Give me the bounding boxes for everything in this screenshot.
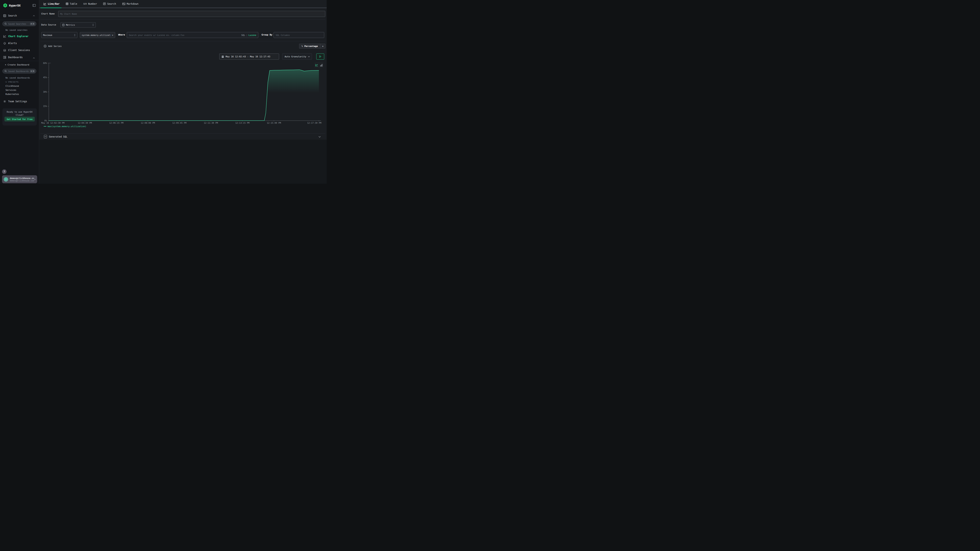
preset-item-kubernetes[interactable]: Kubernetes: [5, 93, 19, 95]
search-section-icon: [3, 14, 6, 17]
collapse-sidebar-icon[interactable]: [32, 4, 36, 7]
saved-dashboards-placeholder: Saved Dashboards: [8, 70, 30, 73]
user-team: demos@clickhouse.com's: [10, 179, 34, 182]
sidebar-item-search[interactable]: Search: [0, 13, 39, 18]
sidebar-item-label: Search: [8, 14, 17, 17]
legend-line-swatch: [44, 126, 46, 127]
svg-text:12:08:00 PM: 12:08:00 PM: [141, 122, 155, 124]
svg-text:12:11:30 PM: 12:11:30 PM: [204, 122, 218, 124]
chart-style-toggle: [314, 62, 324, 68]
get-started-button[interactable]: Get Started for Free: [5, 117, 35, 121]
chevron-right-icon: [34, 178, 35, 180]
shortcut-badge: ⌘ K: [30, 70, 35, 73]
preset-item-clickhouse[interactable]: Clickhouse: [5, 85, 19, 87]
chart-builder-panel: Line/Bar Table 123 Number: [39, 0, 327, 140]
saved-searches-placeholder: Saved Searches: [8, 23, 30, 25]
sidebar-item-label: Alerts: [8, 42, 17, 45]
line-style-icon[interactable]: [315, 64, 318, 67]
sidebar-item-label: Team Settings: [8, 100, 27, 103]
shortcut-badge: ⌘ K: [30, 22, 35, 25]
svg-text:12:17:30 PM: 12:17:30 PM: [307, 122, 321, 124]
user-menu[interactable]: D demos@clickhouse.com demos@clickhouse.…: [2, 175, 37, 183]
section-divider: [40, 133, 325, 134]
chart-canvas[interactable]: 0%15%30%45%60%May 16 12:02:30 PM12:04:30…: [39, 0, 327, 135]
svg-text:60%: 60%: [43, 62, 47, 64]
generated-sql-toggle[interactable]: <> Generated SQL: [44, 135, 67, 138]
hyperdx-logo-icon: [3, 3, 7, 8]
main-content: Line/Bar Table 123 Number: [39, 0, 327, 184]
svg-text:12:06:15 PM: 12:06:15 PM: [109, 122, 124, 124]
chevron-up-icon: [33, 15, 35, 17]
sidebar: HyperDX Search Saved Searches ⌘ K: [0, 0, 39, 184]
svg-text:12:04:30 PM: 12:04:30 PM: [78, 122, 92, 124]
no-saved-dashboards-text: No saved dashboards: [5, 76, 30, 79]
chevron-up-icon: [33, 57, 35, 59]
svg-text:12:13:15 PM: 12:13:15 PM: [235, 122, 250, 124]
cloud-promo-card: Ready to use HyperDX Cloud? Get Started …: [2, 108, 37, 125]
chart-svg: 0%15%30%45%60%May 16 12:02:30 PM12:04:30…: [39, 0, 327, 135]
sidebar-item-client-sessions[interactable]: Client Sessions: [0, 48, 39, 52]
avatar: D: [4, 177, 8, 182]
search-icon: [5, 23, 7, 25]
legend-series-label: max(system.memory.utilization): [48, 125, 86, 127]
generated-sql-label: Generated SQL: [49, 135, 67, 138]
chevron-down-icon: [5, 81, 7, 83]
dashboard-grid-icon: [3, 56, 6, 59]
svg-text:12:15:00 PM: 12:15:00 PM: [267, 122, 281, 124]
bell-icon: [3, 42, 6, 45]
user-email: demos@clickhouse.com: [10, 177, 34, 179]
app-window: HyperDX Search Saved Searches ⌘ K: [0, 0, 327, 184]
sidebar-divider: [0, 20, 39, 20]
chevron-down-icon[interactable]: [319, 135, 321, 138]
sidebar-item-label: Client Sessions: [8, 49, 30, 52]
svg-text:30%: 30%: [43, 91, 47, 93]
bar-style-icon[interactable]: [320, 64, 323, 67]
app-title: HyperDX: [9, 4, 21, 7]
preset-item-services[interactable]: Services: [5, 89, 16, 91]
svg-text:15%: 15%: [43, 105, 47, 107]
help-button[interactable]: ?: [2, 169, 6, 174]
sidebar-item-alerts[interactable]: Alerts: [0, 41, 39, 46]
svg-text:45%: 45%: [43, 76, 47, 79]
line-chart-icon: [3, 35, 6, 38]
sidebar-item-label: Chart Explorer: [8, 35, 29, 38]
cloud-promo-line2: Cloud?: [2, 113, 37, 116]
gear-icon: [3, 100, 6, 103]
presets-label: PRESETS: [8, 81, 19, 83]
sidebar-item-chart-explorer[interactable]: Chart Explorer: [0, 34, 39, 39]
create-dashboard-button[interactable]: + Create Dashboard: [5, 64, 29, 66]
presets-section-toggle[interactable]: PRESETS: [5, 81, 19, 83]
saved-dashboards-input[interactable]: Saved Dashboards ⌘ K: [2, 69, 37, 73]
code-icon: <>: [44, 135, 47, 138]
laptop-icon: [3, 49, 6, 52]
saved-searches-input[interactable]: Saved Searches ⌘ K: [2, 21, 37, 26]
sidebar-item-dashboards[interactable]: Dashboards: [0, 55, 39, 60]
svg-text:0%: 0%: [44, 119, 47, 122]
sidebar-item-team-settings[interactable]: Team Settings: [0, 99, 39, 104]
chart-legend[interactable]: max(system.memory.utilization): [44, 125, 86, 127]
cloud-promo-line1: Ready to use HyperDX: [2, 110, 37, 113]
svg-text:May 16 12:02:30 PM: May 16 12:02:30 PM: [41, 122, 65, 124]
no-saved-searches-text: No saved searches: [5, 29, 27, 31]
search-icon: [5, 70, 7, 72]
svg-text:12:09:45 PM: 12:09:45 PM: [172, 122, 187, 124]
sidebar-item-label: Dashboards: [8, 56, 23, 59]
